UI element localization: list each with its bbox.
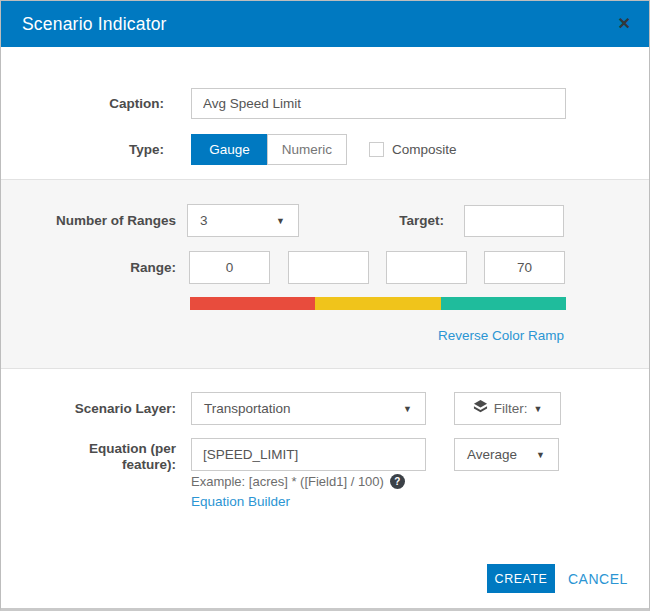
equation-input[interactable] xyxy=(191,438,426,471)
composite-label: Composite xyxy=(392,142,457,157)
create-button[interactable]: CREATE xyxy=(487,564,555,593)
equation-example-row: Example: [acres] * ([Field1] / 100) ? xyxy=(191,474,405,489)
range-label: Range: xyxy=(1,260,176,276)
type-segmented-control: Gauge Numeric xyxy=(191,134,347,165)
layers-icon xyxy=(473,399,488,418)
caption-input[interactable] xyxy=(191,88,566,119)
numeric-button[interactable]: Numeric xyxy=(267,134,347,165)
number-of-ranges-select[interactable]: 3 ▼ xyxy=(187,204,299,237)
operation-value: Average xyxy=(455,447,517,462)
scenario-layer-select[interactable]: Transportation ▼ xyxy=(191,392,426,425)
composite-checkbox[interactable] xyxy=(369,142,384,157)
number-of-ranges-label: Number of Ranges xyxy=(1,213,176,229)
close-icon[interactable]: ✕ xyxy=(618,1,631,47)
target-input[interactable] xyxy=(464,205,564,237)
reverse-color-ramp-link[interactable]: Reverse Color Ramp xyxy=(438,328,564,343)
ramp-segment-yellow xyxy=(315,297,440,310)
chevron-down-icon: ▼ xyxy=(533,404,542,414)
number-of-ranges-value: 3 xyxy=(188,213,208,228)
chevron-down-icon: ▼ xyxy=(276,216,285,226)
caption-label: Caption: xyxy=(1,96,164,112)
dialog-title: Scenario Indicator xyxy=(22,1,167,47)
equation-label: Equation (per feature): xyxy=(66,441,176,473)
type-label: Type: xyxy=(1,142,164,158)
ramp-segment-green xyxy=(441,297,566,310)
equation-builder-link[interactable]: Equation Builder xyxy=(191,494,290,509)
range-input-3[interactable] xyxy=(386,251,467,284)
range-input-4[interactable] xyxy=(484,251,565,284)
scenario-layer-label: Scenario Layer: xyxy=(1,401,176,417)
range-input-2[interactable] xyxy=(288,251,369,284)
ramp-segment-red xyxy=(190,297,315,310)
gauge-button[interactable]: Gauge xyxy=(191,134,267,165)
scenario-layer-value: Transportation xyxy=(192,401,291,416)
filter-button[interactable]: Filter: ▼ xyxy=(454,392,561,425)
target-label: Target: xyxy=(344,213,444,229)
color-ramp xyxy=(190,297,566,310)
chevron-down-icon: ▼ xyxy=(536,450,545,460)
help-icon[interactable]: ? xyxy=(390,474,405,489)
operation-select[interactable]: Average ▼ xyxy=(454,438,559,471)
range-input-1[interactable] xyxy=(189,251,270,284)
cancel-button[interactable]: CANCEL xyxy=(568,571,628,587)
chevron-down-icon: ▼ xyxy=(403,404,412,414)
scenario-indicator-dialog: Scenario Indicator ✕ Caption: Type: Gaug… xyxy=(0,0,650,611)
equation-example-text: Example: [acres] * ([Field1] / 100) xyxy=(191,474,384,489)
filter-label: Filter: xyxy=(494,401,528,416)
dialog-header: Scenario Indicator ✕ xyxy=(1,1,649,47)
